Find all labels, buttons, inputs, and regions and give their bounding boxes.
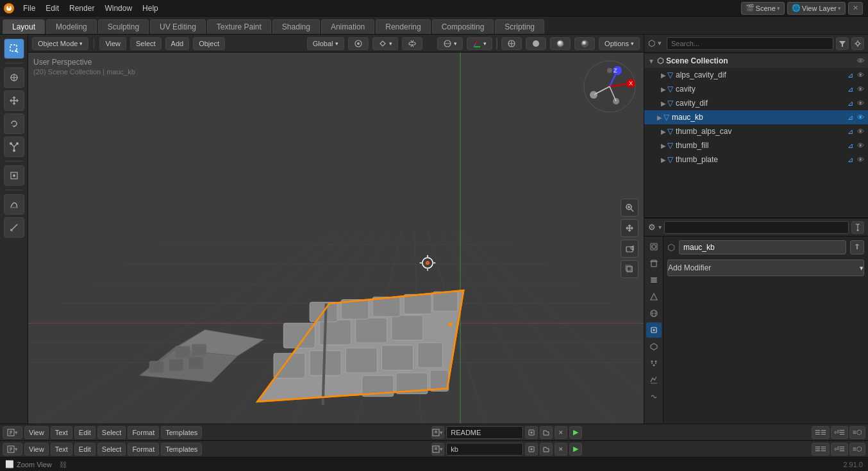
te2-format-btn[interactable]: Format: [128, 443, 159, 456]
tab-rendering[interactable]: Rendering: [376, 19, 430, 34]
rendered-shade-btn[interactable]: [574, 37, 595, 50]
outliner-settings-button[interactable]: [851, 37, 864, 50]
tab-texture-paint[interactable]: Texture Paint: [207, 19, 271, 34]
outliner-search-input[interactable]: [667, 37, 833, 50]
global-transform-btn[interactable]: Global ▾: [307, 37, 344, 50]
te1-run-script-btn[interactable]: ▶: [569, 426, 582, 439]
te2-editor-type2-btn[interactable]: ▾: [431, 443, 444, 456]
viewport-3d[interactable]: User Perspective (20) Scene Collection |…: [28, 53, 644, 424]
select-tool-button[interactable]: [4, 38, 24, 59]
scene-collection-eye[interactable]: 👁: [857, 57, 864, 65]
object-props-button[interactable]: [646, 322, 662, 338]
tab-scripting[interactable]: Scripting: [495, 19, 544, 34]
solid-shade-btn[interactable]: [526, 37, 546, 50]
options-btn[interactable]: Options ▾: [599, 37, 640, 50]
te1-line-numbers-btn[interactable]: ☰☰: [812, 426, 830, 439]
view-layer-props-button[interactable]: [646, 272, 662, 288]
item-eye-icon[interactable]: 👁: [857, 71, 864, 79]
viewport-gizmo-btn[interactable]: ▾: [467, 37, 492, 50]
te1-text-btn[interactable]: Text: [51, 426, 72, 439]
camera-view-button[interactable]: [621, 240, 638, 258]
render-menu-item[interactable]: Render: [64, 0, 99, 16]
te1-word-wrap-btn[interactable]: ⏎☰: [831, 426, 848, 439]
material-shade-btn[interactable]: [550, 37, 571, 50]
item-eye-icon[interactable]: 👁: [857, 99, 864, 107]
move-tool-button[interactable]: [4, 90, 24, 111]
te1-syntax-btn[interactable]: ≡⬡: [849, 426, 865, 439]
outliner-item-thumb-alps-cav[interactable]: ▶ ▽ thumb_alps_cav ⊿ 👁: [644, 124, 868, 138]
wireframe-shade-btn[interactable]: [501, 37, 522, 50]
viewport-display-btn[interactable]: ▾: [437, 37, 463, 50]
te2-view-btn[interactable]: View: [24, 443, 49, 456]
te2-open-file-btn[interactable]: [540, 443, 553, 456]
te2-select-btn[interactable]: Select: [97, 443, 126, 456]
te1-format-btn[interactable]: Format: [128, 426, 159, 439]
measure-tool-button[interactable]: [4, 217, 24, 238]
te1-editor-type-btn[interactable]: ▾: [3, 426, 22, 439]
item-eye-icon[interactable]: 👁: [857, 142, 864, 149]
tab-layout[interactable]: Layout: [3, 19, 45, 34]
object-mode-dropdown[interactable]: Object Mode ▾: [32, 37, 88, 50]
render-props-button[interactable]: [646, 239, 662, 254]
te1-close-file-btn[interactable]: ✕: [555, 426, 567, 439]
scene-props-button[interactable]: [646, 289, 662, 304]
world-props-button[interactable]: [646, 306, 662, 321]
te1-templates-btn[interactable]: Templates: [161, 426, 202, 439]
te2-run-script-btn[interactable]: ▶: [569, 443, 582, 456]
item-eye-icon[interactable]: 👁: [857, 85, 864, 93]
tab-shading[interactable]: Shading: [272, 19, 320, 34]
scale-tool-button[interactable]: [4, 136, 24, 157]
scene-collection-item[interactable]: ▼ ⬡ Scene Collection 👁: [644, 54, 868, 68]
properties-search-input[interactable]: [664, 221, 849, 234]
output-props-button[interactable]: [646, 256, 662, 271]
te2-text-btn[interactable]: Text: [51, 443, 72, 456]
object-menu[interactable]: Object: [193, 37, 225, 50]
snap-toggle-btn[interactable]: [402, 37, 422, 50]
help-menu-item[interactable]: Help: [137, 0, 163, 16]
edit-menu-item[interactable]: Edit: [40, 0, 64, 16]
modifier-props-button[interactable]: [646, 339, 662, 354]
item-eye-icon[interactable]: 👁: [857, 128, 864, 135]
outliner-item-cavity-dif[interactable]: ▶ ▽ cavity_dif ⊿ 👁: [644, 96, 868, 110]
te1-view-btn[interactable]: View: [24, 426, 49, 439]
outliner-item-mauc-kb[interactable]: ▶ ▽ mauc_kb ⊿ 👁: [644, 110, 868, 124]
particles-props-button[interactable]: [646, 356, 662, 371]
te1-editor-type2-btn[interactable]: ▾: [431, 426, 444, 439]
tab-compositing[interactable]: Compositing: [432, 19, 494, 34]
select-menu[interactable]: Select: [130, 37, 162, 50]
item-eye-icon[interactable]: 👁: [857, 156, 864, 163]
snap-btn[interactable]: ▾: [372, 37, 398, 50]
add-menu[interactable]: Add: [165, 37, 190, 50]
te2-edit-btn[interactable]: Edit: [74, 443, 96, 456]
view-menu[interactable]: View: [99, 37, 126, 50]
te1-edit-btn[interactable]: Edit: [74, 426, 96, 439]
props-pin-button[interactable]: [851, 221, 864, 234]
te2-editor-type-btn[interactable]: ▾: [3, 443, 22, 456]
blender-logo-icon[interactable]: [0, 0, 18, 17]
ortho-view-button[interactable]: [621, 260, 638, 278]
annotate-tool-button[interactable]: [4, 194, 24, 215]
zoom-in-button[interactable]: [621, 199, 638, 217]
te2-line-numbers-btn[interactable]: ☰☰: [812, 443, 830, 456]
cursor-tool-button[interactable]: [4, 67, 24, 88]
outliner-item-cavity[interactable]: ▶ ▽ cavity ⊿ 👁: [644, 82, 868, 96]
add-modifier-button[interactable]: Add Modifier ▾: [667, 260, 864, 276]
outliner-item-thumb-fill[interactable]: ▶ ▽ thumb_fill ⊿ 👁: [644, 138, 868, 153]
outliner-filter-button[interactable]: [836, 37, 849, 50]
tab-sculpting[interactable]: Sculpting: [98, 19, 149, 34]
te2-syntax-btn[interactable]: ≡⬡: [849, 443, 865, 456]
props-pin-button[interactable]: [850, 240, 864, 254]
te2-templates-btn[interactable]: Templates: [161, 443, 202, 456]
outliner-item-thumb-plate[interactable]: ▶ ▽ thumb_plate ⊿ 👁: [644, 153, 868, 167]
tab-animation[interactable]: Animation: [321, 19, 374, 34]
object-name-field[interactable]: [679, 240, 846, 254]
te1-new-file-btn[interactable]: [525, 426, 538, 439]
te1-select-btn[interactable]: Select: [97, 426, 126, 439]
file-menu-item[interactable]: File: [18, 0, 40, 16]
close-icon[interactable]: ✕: [853, 4, 858, 12]
item-eye-icon[interactable]: 👁: [857, 113, 864, 121]
te1-open-file-btn[interactable]: [540, 426, 553, 439]
te2-close-file-btn[interactable]: ✕: [555, 443, 567, 456]
window-menu-item[interactable]: Window: [99, 0, 137, 16]
te2-new-file-btn[interactable]: [525, 443, 538, 456]
